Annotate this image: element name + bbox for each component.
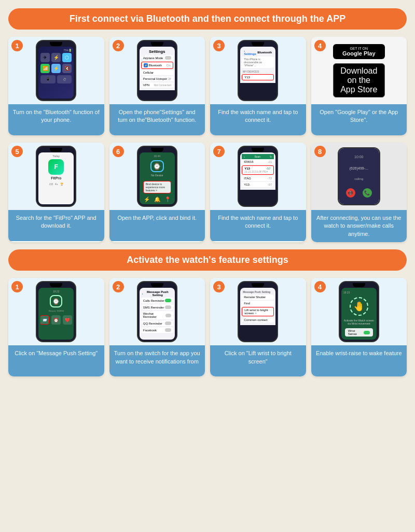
health-icon: ❤️ xyxy=(63,315,72,325)
phone-notch-s2-2 xyxy=(151,283,163,287)
wrist-time: 18:23 xyxy=(343,291,350,294)
bluetooth-row: ⚡ Bluetooth On xyxy=(141,62,173,69)
app-store-badge: Download on the App Store xyxy=(333,63,385,97)
section2-step-2-desc: Turn on the switch for the app you want … xyxy=(109,345,205,376)
bottom-icons: 📨 ⏰ ❤️ xyxy=(40,315,72,325)
step-8-card: 8 10:00 (626)499-... calling 📵 📞 After c… xyxy=(311,143,407,242)
step-3-image: 3 ‹ Settings Bluetooth This iPhone is di… xyxy=(210,37,306,104)
bind-bar: Bind device to experience more features … xyxy=(143,181,171,193)
section2-step-3-desc: Click on "Lift wrist to bright screen" xyxy=(210,345,306,376)
msg-push-header: ‹ Message Push Setting xyxy=(141,289,173,298)
calling-time: 10:00 xyxy=(354,155,364,159)
remote-shutter-row: Remote Shutter xyxy=(242,295,274,300)
msg-push-label-small: Message Push Setting xyxy=(242,289,274,295)
msg-push-main-screen: 18:22 ⌚ Version: V13663 📨 ⏰ ❤️ xyxy=(38,288,74,340)
wrist-sense-desc: Activate the Watch screen via Wrist move… xyxy=(343,319,375,325)
qq-toggle-off xyxy=(165,321,171,325)
sms-reminder-label: SMS Reminder xyxy=(143,306,164,309)
fitpro-stats: 2.8 4+ 🏆 xyxy=(49,183,63,186)
common-contact-row: Common contact xyxy=(242,317,274,323)
vpn-label: VPN xyxy=(143,83,149,87)
sms-reminder-row: SMS Reminder xyxy=(141,304,173,310)
cellular-row: Cellular xyxy=(141,70,173,75)
scan-device-y13-2: Y13-97 xyxy=(242,182,274,187)
fitpro-screen: Today F FitPro 2.8 4+ 🏆 xyxy=(38,152,74,204)
fitpro-today: Today xyxy=(53,155,60,158)
action-icons: ⚡ 🔔 📍 xyxy=(144,197,171,202)
step-1-number: 1 xyxy=(11,40,23,51)
facebook-toggle-off xyxy=(165,328,171,332)
section2-step-4-desc: Enable wrist-raise to wake feature xyxy=(311,345,407,376)
calling-label: calling xyxy=(354,177,363,180)
bluetooth-label: Bluetooth xyxy=(149,64,162,67)
step-1-card: 1 75%🔋 ✈ ⚡ ⬡ 📶 ⚡ 🔇 xyxy=(8,37,104,135)
step-5-image: 5 Today F FitPro 2.8 4+ 🏆 xyxy=(8,143,104,210)
section2-step-1-screen: 18:22 ⌚ Version: V13663 📨 ⏰ ❤️ xyxy=(38,288,74,340)
wrist-sense-screen: 18:23 🤚 Activate the Watch screen via Wr… xyxy=(341,288,377,340)
step-4-number: 4 xyxy=(314,40,326,51)
section2-step-1-image: 1 18:22 ⌚ Version: V13663 📨 ⏰ ❤️ xyxy=(8,278,104,345)
step-3-phone: ‹ Settings Bluetooth This iPhone is disc… xyxy=(238,40,278,101)
decline-btn: 📵 xyxy=(346,188,355,198)
section2-step-4-phone: 18:23 🤚 Activate the Watch screen via Wr… xyxy=(339,281,379,342)
bluetooth-value: On xyxy=(167,64,171,67)
step-6-number: 6 xyxy=(113,146,124,157)
section2-step-3-image: 3 Message Push Setting Remote Shutter Fi… xyxy=(210,278,306,345)
scan-device-y13-highlighted: Y13 21:21:21:01:0F:PE -57 > xyxy=(242,165,274,175)
step-8-image: 8 10:00 (626)499-... calling 📵 📞 xyxy=(311,143,407,210)
airplane-label: Airplane Mode xyxy=(143,57,163,60)
bind-time: 16:44 xyxy=(154,155,160,158)
section2-step-2-image: 2 ‹ Message Push Setting Calls Reminder xyxy=(109,278,205,345)
hotspot-value: Off xyxy=(168,77,171,80)
calling-screen: 10:00 (626)499-... calling 📵 📞 xyxy=(339,148,379,204)
fitpro-stat2: 4+ xyxy=(55,183,58,186)
alarm-icon: ⏰ xyxy=(51,315,61,325)
step-3-card: 3 ‹ Settings Bluetooth This iPhone is di… xyxy=(210,37,306,135)
no-device-label: No Device xyxy=(151,174,163,177)
section2-step-3-card: 3 Message Push Setting Remote Shutter Fi… xyxy=(210,278,306,376)
vpn-row: VPN Not Connected xyxy=(141,82,173,88)
phone-notch-s2-4 xyxy=(353,283,365,287)
step-6-card: 6 16:44 ⌚ No Device Bind device to exper… xyxy=(109,143,205,242)
scan-header: ‹ Scan ↻ xyxy=(242,154,274,159)
bluetooth-icon: ⚡ xyxy=(144,63,148,67)
phone-notch-2 xyxy=(151,42,163,46)
step-4-card: 4 GET IT ON Google Play Download on the … xyxy=(311,37,407,135)
bt-device-y13: Y13 xyxy=(242,74,274,80)
wrist-sense-label: Wrist Sense xyxy=(348,329,364,335)
section2-step-2-screen: ‹ Message Push Setting Calls Reminder SM… xyxy=(140,288,175,340)
step-6-screen: 16:44 ⌚ No Device Bind device to experie… xyxy=(140,152,175,204)
section2-step-4-image: 4 18:23 🤚 Activate the Watch screen via … xyxy=(311,278,407,345)
airplane-toggle xyxy=(165,56,171,60)
step-7-phone: ‹ Scan ↻ IDW16-21 Y13 21:21:21:01:0F:PE xyxy=(238,146,278,207)
section2-banner: Activate the watch's feature settings xyxy=(8,249,407,271)
section2-step-4-card: 4 18:23 🤚 Activate the Watch screen via … xyxy=(311,278,407,376)
google-play-badge: GET IT ON Google Play xyxy=(333,44,385,59)
fitpro-app-name: FitPro xyxy=(51,176,61,180)
hotspot-row: Personal Hotspot Off xyxy=(141,76,173,81)
phone-notch-3 xyxy=(252,42,264,46)
section2-step-2-phone: ‹ Message Push Setting Calls Reminder SM… xyxy=(137,281,177,342)
section2-step-2-number: 2 xyxy=(113,281,124,292)
bt-devices-label: MY DEVICES xyxy=(242,69,274,74)
step-2-card: 2 Settings Airplane Mode ⚡ Bluetooth xyxy=(109,37,205,135)
phone-notch-6 xyxy=(151,148,163,152)
sms-toggle-off xyxy=(165,305,171,309)
lift-wrist-screen: Message Push Setting Remote Shutter Find… xyxy=(240,288,275,325)
step-7-screen: ‹ Scan ↻ IDW16-21 Y13 21:21:21:01:0F:PE xyxy=(240,152,275,204)
scan-title: Scan xyxy=(254,155,260,158)
wechat-toggle-off xyxy=(165,314,171,317)
calls-toggle-on xyxy=(165,299,171,302)
wechat-reminder-row: Wechat Reminder xyxy=(141,311,173,319)
wrist-sense-icon: 🤚 xyxy=(350,297,368,316)
step-7-desc: Find the watch name and tap to connect i… xyxy=(210,210,306,241)
scan-back: ‹ xyxy=(244,155,245,158)
section2-step-2-card: 2 ‹ Message Push Setting Calls Reminder xyxy=(109,278,205,376)
section2-step-1-desc: Click on "Message Push Setting" xyxy=(8,345,104,376)
wechat-reminder-label: Wechat Reminder xyxy=(143,312,165,318)
section1-steps-row2: 5 Today F FitPro 2.8 4+ 🏆 xyxy=(8,143,407,242)
step-3-screen: ‹ Settings Bluetooth This iPhone is disc… xyxy=(240,47,275,99)
icon2: 🔔 xyxy=(154,197,160,202)
accept-btn: 📞 xyxy=(363,188,372,198)
section1-banner: First connect via Bluetooth and then con… xyxy=(8,8,407,30)
